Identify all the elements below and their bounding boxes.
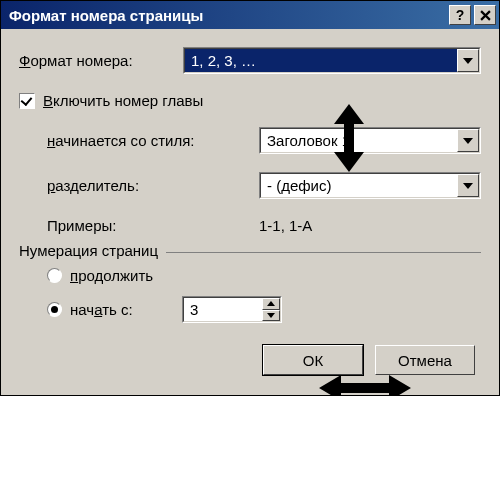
window-title: Формат номера страницы	[9, 7, 446, 24]
start-from-radio[interactable]	[47, 302, 62, 317]
include-chapter-checkbox[interactable]	[19, 93, 35, 109]
start-from-spinner[interactable]: 3	[182, 296, 282, 323]
number-format-label: Формат номера:	[19, 52, 183, 69]
separator-label: разделитель:	[47, 177, 259, 194]
dialog-window: Формат номера страницы ? Формат номера: …	[0, 0, 500, 396]
include-chapter-label: Включить номер главы	[43, 92, 203, 109]
separator-combo[interactable]: - (дефис)	[259, 172, 481, 199]
examples-value: 1-1, 1-A	[259, 217, 312, 234]
number-format-combo[interactable]: 1, 2, 3, …	[183, 47, 481, 74]
vertical-arrow-icon	[331, 104, 367, 172]
svg-marker-2	[334, 104, 364, 172]
number-format-value: 1, 2, 3, …	[185, 49, 457, 72]
page-numbering-group: Нумерация страниц продолжить начать с: 3	[19, 252, 481, 323]
horizontal-arrow-icon	[319, 373, 411, 396]
starts-with-style-label: начинается со стиля:	[47, 132, 259, 149]
dialog-content: Формат номера: 1, 2, 3, … Включить номер…	[1, 29, 499, 395]
continue-label: продолжить	[70, 267, 153, 284]
svg-marker-3	[319, 375, 411, 396]
start-from-value[interactable]: 3	[184, 298, 262, 321]
spinner-down-button[interactable]	[262, 310, 280, 322]
separator-value: - (дефис)	[261, 174, 457, 197]
titlebar: Формат номера страницы ?	[1, 1, 499, 29]
page-numbering-label: Нумерация страниц	[19, 242, 166, 259]
ok-button[interactable]: ОК	[263, 345, 363, 375]
starts-with-style-combo[interactable]: Заголовок 1	[259, 127, 481, 154]
chevron-down-icon[interactable]	[457, 129, 479, 152]
start-from-label: начать с:	[70, 301, 182, 318]
help-button[interactable]: ?	[449, 5, 471, 25]
close-button[interactable]	[474, 5, 496, 25]
chevron-down-icon[interactable]	[457, 174, 479, 197]
examples-label: Примеры:	[47, 217, 259, 234]
continue-radio[interactable]	[47, 268, 62, 283]
close-icon	[480, 10, 491, 21]
spinner-up-button[interactable]	[262, 298, 280, 310]
chevron-down-icon[interactable]	[457, 49, 479, 72]
cancel-button[interactable]: Отмена	[375, 345, 475, 375]
